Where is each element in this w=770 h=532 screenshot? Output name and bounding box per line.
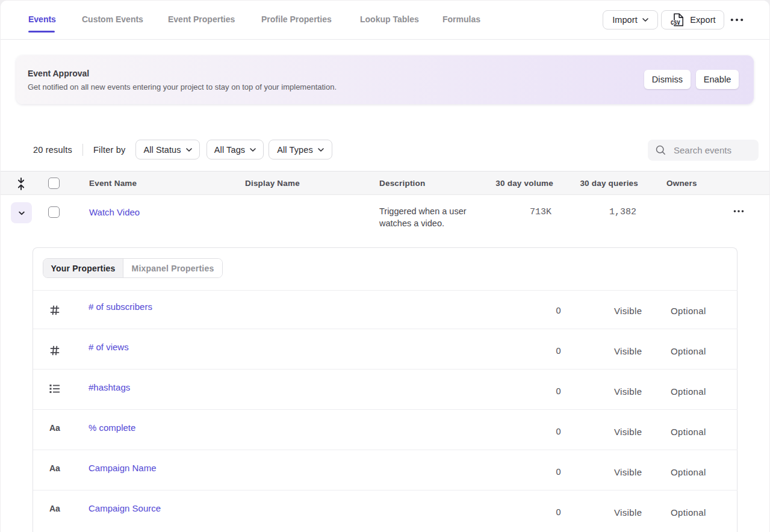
svg-text:csv: csv [671,17,680,26]
